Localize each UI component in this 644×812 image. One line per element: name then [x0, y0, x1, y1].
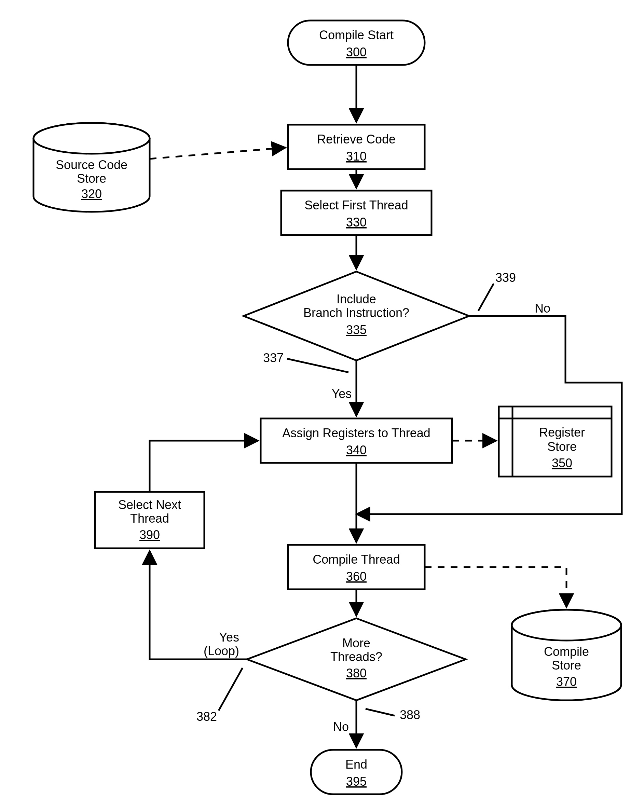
node-select-next-thread: Select Next Thread 390 [95, 492, 204, 548]
node-end: End 395 [311, 750, 402, 794]
end-ref: 395 [346, 774, 366, 788]
callout-337-line [287, 359, 348, 372]
more-yes-label2: (Loop) [204, 644, 239, 658]
source-code-store-ref: 320 [81, 187, 102, 201]
callout-337: 337 [263, 351, 284, 365]
retrieve-code-ref: 310 [346, 149, 366, 163]
branch-yes-label: Yes [332, 387, 352, 401]
node-select-first-thread: Select First Thread 330 [281, 191, 432, 235]
register-store-label2: Store [547, 440, 577, 454]
node-branch-decision: Include Branch Instruction? 335 [244, 272, 469, 360]
node-retrieve-code: Retrieve Code 310 [288, 125, 425, 169]
callout-339-line [478, 284, 494, 311]
register-store-ref: 350 [552, 456, 572, 470]
node-source-code-store: Source Code Store 320 [34, 123, 150, 212]
branch-no-label: No [535, 301, 550, 315]
node-compile-start: Compile Start 300 [288, 20, 425, 65]
select-next-thread-ref: 390 [139, 528, 160, 542]
source-code-store-label1: Source Code [56, 158, 127, 172]
assign-registers-label: Assign Registers to Thread [282, 426, 430, 440]
callout-339: 339 [495, 270, 516, 285]
branch-decision-label1: Include [337, 292, 376, 306]
compile-store-label1: Compile [544, 645, 589, 659]
more-threads-label2: Threads? [330, 650, 382, 664]
more-threads-ref: 380 [346, 666, 366, 680]
compile-start-ref: 300 [346, 45, 366, 59]
compile-start-label: Compile Start [319, 28, 394, 42]
select-next-thread-label2: Thread [130, 511, 169, 525]
compile-store-ref: 370 [556, 675, 577, 689]
compile-store-label2: Store [552, 658, 581, 672]
svg-point-2 [34, 123, 150, 154]
more-threads-label1: More [342, 636, 370, 650]
node-compile-store: Compile Store 370 [512, 610, 621, 700]
edge-srcstore-to-retrieve [150, 148, 285, 159]
assign-registers-ref: 340 [346, 443, 366, 457]
branch-decision-ref: 335 [346, 323, 366, 337]
svg-point-11 [512, 610, 621, 641]
register-store-label1: Register [539, 425, 585, 439]
node-compile-thread: Compile Thread 360 [288, 545, 425, 589]
select-first-thread-label: Select First Thread [304, 198, 408, 212]
select-first-thread-ref: 330 [346, 215, 366, 229]
callout-388-line [366, 709, 395, 716]
select-next-thread-label1: Select Next [118, 498, 181, 512]
callout-382-line [219, 668, 243, 711]
edge-compile-to-cmpstore [425, 567, 566, 607]
edge-selnext-to-assign [150, 441, 258, 492]
node-assign-registers: Assign Registers to Thread 340 [261, 418, 452, 463]
end-label: End [345, 757, 367, 771]
retrieve-code-label: Retrieve Code [317, 132, 395, 146]
source-code-store-label2: Store [77, 171, 106, 186]
callout-388: 388 [400, 708, 420, 722]
compile-thread-label: Compile Thread [313, 553, 400, 566]
node-more-threads-decision: More Threads? 380 [247, 618, 465, 700]
more-yes-label1: Yes [219, 630, 239, 644]
more-no-label: No [333, 720, 349, 734]
node-register-store: Register Store 350 [499, 406, 612, 476]
compile-thread-ref: 360 [346, 569, 366, 583]
branch-decision-label2: Branch Instruction? [304, 306, 409, 320]
callout-382: 382 [197, 710, 217, 723]
